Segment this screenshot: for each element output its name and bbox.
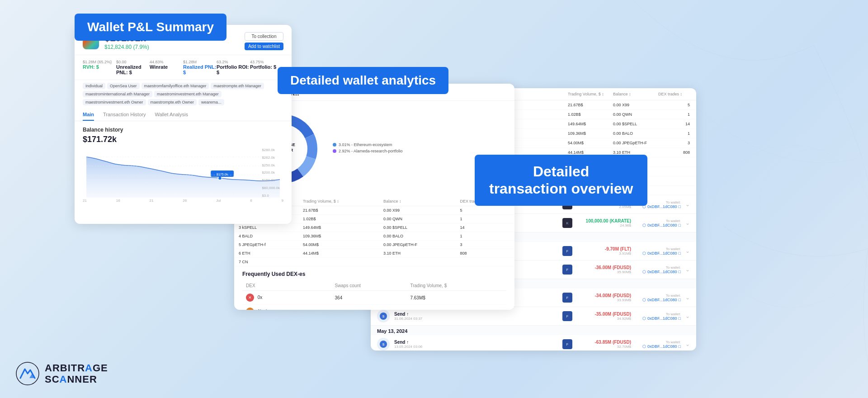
tx-row: S Send ↑ 13.05.2024 03:06 F -63.85M (FDU… bbox=[371, 335, 696, 351]
tx-date-section: May 13, 2024 bbox=[371, 326, 696, 335]
badge-detailed-wallet: Detailed wallet analytics bbox=[278, 67, 448, 94]
dex-row-1inch: 1 1inch 207 13.77M$ bbox=[242, 305, 506, 310]
tx-wallet: To wallet: ⬡ 0xDBF...1dC080 □ bbox=[636, 247, 681, 256]
legend-item-2: 2.92% - Alameda-research-portfolio bbox=[333, 149, 506, 153]
svg-point-0 bbox=[710, 145, 868, 308]
col-balance[interactable]: Balance ↕ bbox=[379, 197, 456, 206]
wallet-tabs: Main Transaction History Wallet Analysis bbox=[75, 108, 292, 121]
legend-item-1: 3.01% - Ethereum-ecosystem bbox=[333, 142, 506, 147]
tx-amount: -35.00M (FDUSD) 34.92M$ bbox=[577, 312, 631, 321]
svg-text:F: F bbox=[566, 250, 568, 253]
tx-send-info: Send ↑ 31.06.2024 03:37 bbox=[394, 312, 558, 321]
add-watchlist-button[interactable]: Add to watchlist bbox=[245, 43, 283, 50]
tx-wallet: To wallet: ⬡ 0xDBF...1dC080 □ bbox=[636, 219, 681, 227]
tx-wallet: To wallet: ⬡ 0xDBF...1dC080 □ bbox=[636, 340, 681, 349]
table-row: 7 CN bbox=[234, 258, 514, 266]
page-container: Wallet P&L Summary Detailed wallet analy… bbox=[0, 0, 868, 398]
tx-amount: -9.70M (FLT) 3.91M$ bbox=[577, 246, 631, 256]
tag-individual: Individual bbox=[83, 83, 105, 89]
col-trading-vol[interactable]: Trading Volume, $ ↕ bbox=[298, 197, 379, 206]
chart-xaxis: 21 16 21 26 Jul 6 9 bbox=[83, 198, 283, 203]
tx-wallet: To wallet: ⬡ 0xDBF...1dC080 □ bbox=[636, 265, 681, 274]
tab-main[interactable]: Main bbox=[83, 112, 94, 121]
tx-sender-avatar: S bbox=[377, 338, 390, 351]
tag-opensea: OpenSea User bbox=[107, 83, 140, 89]
tag-maestrom1: maestromfamilyoffice.eth Manager bbox=[142, 83, 209, 89]
svg-text:$175.0k: $175.0k bbox=[217, 173, 228, 176]
logo-area: ARBITRAGE SCANNER bbox=[16, 362, 108, 385]
col-header-dex[interactable]: DEX trades ↕ bbox=[658, 92, 690, 96]
svg-text:S: S bbox=[382, 315, 385, 318]
tx-expand-button[interactable]: ⌄ bbox=[685, 266, 690, 273]
balance-history-value: $171.72k bbox=[83, 135, 283, 144]
tx-amount: 100,000.00 (KARATE) 24.96$ bbox=[577, 218, 631, 227]
stat-roi: 63.2% Portfolio ROI: $ bbox=[217, 58, 250, 77]
tx-wallet: To wallet: ⬡ 0xDBF...1dC080 □ bbox=[636, 294, 681, 302]
tag-maestrom5: maestrominvestment.eth Owner bbox=[83, 99, 146, 105]
tx-token-icon: F bbox=[562, 293, 572, 303]
svg-point-2 bbox=[218, 176, 222, 180]
svg-text:S: S bbox=[382, 343, 385, 346]
col-header-balance[interactable]: Balance ↕ bbox=[613, 92, 654, 96]
tx-token-icon: K bbox=[562, 218, 572, 228]
svg-point-1 bbox=[760, 149, 868, 258]
stat-rvh: $1.28M (65.2%) RVH: $ bbox=[83, 58, 116, 77]
tx-expand-button[interactable]: ⌄ bbox=[685, 220, 690, 226]
badge-detailed-tx: Detailedtransaction overview bbox=[475, 155, 647, 206]
svg-text:F: F bbox=[566, 343, 568, 346]
tx-token-icon: F bbox=[562, 311, 572, 321]
badge-wallet-pl: Wallet P&L Summary bbox=[75, 14, 226, 41]
tx-expand-button[interactable]: ⌄ bbox=[685, 201, 690, 208]
tab-transaction-history[interactable]: Transaction History bbox=[103, 112, 146, 121]
svg-text:F: F bbox=[566, 296, 568, 299]
tx-amount: -34.00M (FDUSD) 33.93M$ bbox=[577, 293, 631, 302]
tx-expand-button[interactable]: ⌄ bbox=[685, 294, 690, 301]
chart-yaxis: $280.0k $262.0k $250.0k $200.0k $150.0k … bbox=[262, 148, 280, 198]
dex-col-volume: Trading Volume, $ bbox=[406, 281, 506, 291]
panel-wallet: $191.31k ⟳ $12,824.80 (7.9%) To collecti… bbox=[75, 25, 292, 224]
dex-section: Frequently Used DEX-es DEX Swaps count T… bbox=[234, 266, 514, 310]
tab-wallet-analysis[interactable]: Wallet Analysis bbox=[155, 112, 188, 121]
dex-col-name: DEX bbox=[242, 281, 331, 291]
svg-text:K: K bbox=[566, 222, 569, 225]
stat-winrate: 44.83% Winrate bbox=[150, 58, 183, 77]
balance-history-title: Balance history bbox=[83, 127, 283, 133]
tx-expand-button[interactable]: ⌄ bbox=[685, 341, 690, 347]
tx-row: S Send ↑ 31.06.2024 03:37 F -35.00M (FDU… bbox=[371, 307, 696, 326]
tx-sender-avatar: S bbox=[377, 310, 390, 322]
wallet-tags: Individual OpenSea User maestromfamilyof… bbox=[75, 80, 292, 108]
balance-chart: $175.0k $280.0k $262.0k $250.0k $200.0k … bbox=[86, 148, 280, 198]
tx-amount: -63.85M (FDUSD) 32.70M$ bbox=[577, 340, 631, 349]
dex-icon-0x: ✕ bbox=[246, 294, 254, 302]
dex-col-swaps: Swaps count bbox=[331, 281, 407, 291]
legend-dot-2 bbox=[333, 149, 336, 153]
table-row: 6 ETH44.14M$3.10 ETH808 bbox=[234, 249, 514, 258]
legend-dot-1 bbox=[333, 143, 336, 147]
to-collection-button[interactable]: To collection bbox=[245, 32, 283, 41]
wallet-action-buttons: To collection Add to watchlist bbox=[245, 32, 283, 50]
stat-realized: $1.28M Realized PNL: $ bbox=[183, 58, 217, 77]
tx-amount: -36.00M (FDUSD) 35.90M$ bbox=[577, 265, 631, 274]
tx-token-icon: F bbox=[562, 339, 572, 349]
tx-token-icon: F bbox=[562, 265, 572, 275]
dex-row-0x: ✕ 0x 364 7.63M$ bbox=[242, 291, 506, 305]
tag-maestrom2: maestrompte.eth Manager bbox=[211, 83, 264, 89]
tx-send-info: Send ↑ 13.05.2024 03:06 bbox=[394, 340, 558, 349]
table-row: 4 BALD109.36M$0.00 BALO1 bbox=[234, 232, 514, 241]
tx-expand-button[interactable]: ⌄ bbox=[685, 248, 690, 254]
wallet-stats: $1.28M (65.2%) RVH: $ $0.00 Unrealized P… bbox=[75, 55, 292, 80]
dex-icon-1inch: 1 bbox=[246, 308, 254, 310]
balance-history-section: Balance history $171.72k bbox=[75, 121, 292, 203]
tag-maestrom4: maestrominvestment.eth Manager bbox=[154, 91, 222, 97]
tx-expand-button[interactable]: ⌄ bbox=[685, 313, 690, 319]
stat-unrealized: $0.00 Unrealized PNL: $ bbox=[116, 58, 150, 77]
logo-icon bbox=[16, 362, 39, 385]
tx-wallet: To wallet: ⬡ 0xDBF...1dC080 □ bbox=[636, 312, 681, 321]
table-row: 3 kSPELL149.64M$0.00 $SPELL14 bbox=[234, 223, 514, 232]
tag-wearea: wearema... bbox=[198, 99, 224, 105]
dex-table: DEX Swaps count Trading Volume, $ ✕ 0x 3… bbox=[242, 281, 506, 310]
table-row: 5 JPEGpETH-f54.00M$0.00 JPEGpETH-F3 bbox=[234, 241, 514, 249]
donut-legend: 3.01% - Ethereum-ecosystem 2.92% - Alame… bbox=[333, 142, 506, 155]
col-header-volume[interactable]: Trading Volume, $ ↕ bbox=[568, 92, 609, 96]
tag-maestrom3: maestrominternational.eth Manager bbox=[83, 91, 152, 97]
